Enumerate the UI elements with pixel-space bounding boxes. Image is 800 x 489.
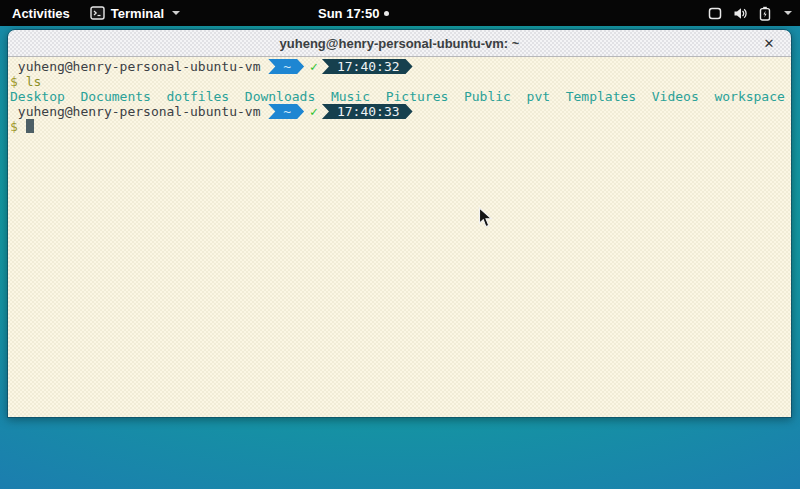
battery-charging-icon [759, 6, 771, 21]
screen-icon [708, 7, 722, 20]
prompt-line-2: yuheng@henry-personal-ubuntu-vm ~✓17:40:… [10, 104, 791, 119]
window-titlebar[interactable]: yuheng@henry-personal-ubuntu-vm: ~ ✕ [8, 30, 791, 57]
typed-command: ls [26, 74, 42, 89]
system-status-menu[interactable] [708, 0, 792, 26]
directory-listing: Desktop Documents dotfiles Downloads Mus… [10, 89, 791, 104]
chevron-down-icon [172, 11, 180, 15]
prompt-user-host: yuheng@henry-personal-ubuntu-vm [10, 104, 268, 119]
powerline-cwd-segment: ~ [268, 59, 304, 74]
app-menu-terminal[interactable]: Terminal [82, 0, 188, 26]
volume-icon [733, 7, 748, 20]
activities-button[interactable]: Activities [0, 0, 82, 26]
close-button[interactable]: ✕ [757, 30, 781, 57]
app-menu-label: Terminal [111, 6, 164, 21]
clock-label: Sun 17:50 [318, 6, 379, 21]
terminal-app-icon [90, 6, 105, 20]
status-check-icon: ✓ [304, 59, 322, 74]
window-title: yuheng@henry-personal-ubuntu-vm: ~ [280, 36, 520, 51]
powerline-time-segment: 17:40:33 [322, 104, 413, 119]
powerline-cwd-segment: ~ [268, 104, 304, 119]
terminal-block-cursor [26, 119, 34, 133]
terminal-window: yuheng@henry-personal-ubuntu-vm: ~ ✕ yuh… [7, 29, 792, 418]
chevron-down-icon [784, 11, 792, 15]
notification-dot-icon [384, 11, 389, 16]
shell-prompt: $ [10, 119, 26, 134]
shell-prompt: $ [10, 74, 26, 89]
prompt-line-1: yuheng@henry-personal-ubuntu-vm ~✓17:40:… [10, 59, 791, 74]
clock-menu[interactable]: Sun 17:50 [318, 0, 389, 26]
command-line: $ ls [10, 74, 791, 89]
terminal-content-area[interactable]: yuheng@henry-personal-ubuntu-vm ~✓17:40:… [8, 57, 791, 417]
powerline-time-segment: 17:40:32 [322, 59, 413, 74]
gnome-top-bar: Activities Terminal Sun 17:50 [0, 0, 800, 26]
prompt-user-host: yuheng@henry-personal-ubuntu-vm [10, 59, 268, 74]
status-check-icon: ✓ [304, 104, 322, 119]
input-line: $ [10, 119, 791, 134]
